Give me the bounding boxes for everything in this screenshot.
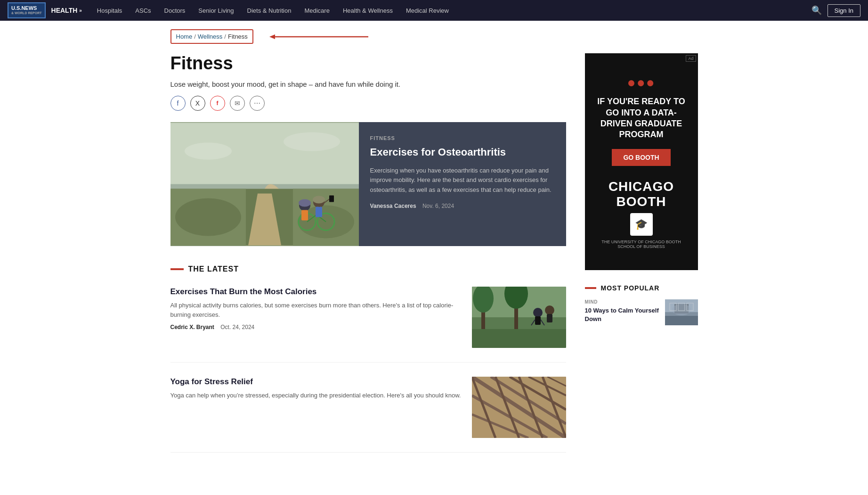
article-1-image[interactable] [472,287,566,348]
breadcrumb-current: Fitness [228,33,248,40]
breadcrumb-home[interactable]: Home [176,33,193,40]
nav-item-ascs[interactable]: ASCs [129,0,157,21]
svg-point-20 [299,199,311,207]
svg-point-30 [533,308,543,317]
article-2-title[interactable]: Yoga for Stress Relief [170,377,462,387]
svg-rect-17 [301,210,308,221]
ad-badge: Ad [686,55,696,62]
breadcrumb-sep1: / [194,33,196,40]
nav-items: Hospitals ASCs Doctors Senior Living Die… [90,0,811,21]
featured-image [170,122,359,246]
most-popular-title: MOST POPULAR [601,284,660,292]
featured-title[interactable]: Exercises for Osteoarthritis [370,146,555,159]
search-icon[interactable]: 🔍 [811,5,822,16]
section-header-bar [170,268,184,270]
popular-1-category: MIND [585,299,659,305]
ad-headline: IF YOU'RE READY TO GO INTO A DATA-DRIVEN… [596,96,687,140]
latest-section-header: THE LATEST [170,265,566,277]
article-card-2-text: Yoga for Stress Relief Yoga can help whe… [170,377,462,438]
ad-brand: CHICAGO BOOTH [596,179,687,209]
article-1-date: Oct. 24, 2024 [220,324,254,330]
featured-description: Exercising when you have osteoarthritis … [370,166,555,195]
article-2-image[interactable] [472,377,566,438]
svg-rect-54 [665,316,698,325]
featured-text: FITNESS Exercises for Osteoarthritis Exe… [359,122,566,246]
twitter-x-icon[interactable]: X [190,96,205,111]
popular-1-title[interactable]: 10 Ways to Calm Yourself Down [585,306,659,323]
featured-byline: Vanessa Caceres Nov. 6, 2024 [370,203,555,209]
article-1-desc: All physical activity burns calories, bu… [170,301,462,319]
breadcrumb-section: Home / Wellness / Fitness [170,29,698,44]
nav-item-hospitals[interactable]: Hospitals [90,0,129,21]
nav-item-senior-living[interactable]: Senior Living [192,0,240,21]
article-2-desc: Yoga can help when you’re stressed, espe… [170,391,462,400]
latest-section-title: THE LATEST [188,265,239,273]
popular-1-image [665,299,698,325]
article-1-author: Cedric X. Bryant [170,324,214,330]
nav-health[interactable]: HEALTH » [51,7,82,14]
site-logo[interactable]: U.S.NEWS & WORLD REPORT [8,2,46,18]
most-popular-header: MOST POPULAR [585,284,698,292]
sidebar-ad: Ad ●●● IF YOU'RE READY TO GO INTO A DATA… [585,53,698,270]
svg-point-5 [284,132,340,151]
facebook-icon[interactable]: f [170,96,186,111]
nav-item-doctors[interactable]: Doctors [158,0,192,21]
social-icons: f X f ✉ ⋯ [170,96,566,111]
featured-article[interactable]: FITNESS Exercises for Osteoarthritis Exe… [170,122,566,246]
svg-rect-36 [472,329,566,348]
nav-item-medical-review[interactable]: Medical Review [399,0,455,21]
nav-item-medicare[interactable]: Medicare [298,0,336,21]
sidebar: Ad ●●● IF YOU'RE READY TO GO INTO A DATA… [585,53,698,467]
article-1-image-svg [472,287,566,348]
nav-item-diets[interactable]: Diets & Nutrition [241,0,298,21]
svg-point-9 [175,198,241,236]
svg-rect-23 [329,196,334,202]
article-1-byline: Cedric X. Bryant Oct. 24, 2024 [170,324,462,330]
svg-point-4 [185,143,232,160]
featured-author: Vanessa Caceres [370,203,416,209]
ad-accent-bar: ●●● [627,74,655,91]
navbar: U.S.NEWS & WORLD REPORT HEALTH » Hospita… [0,0,868,21]
arrow-svg [265,32,368,41]
content-layout: Fitness Lose weight, boost your mood, ge… [170,53,698,467]
main-column: Fitness Lose weight, boost your mood, ge… [170,53,566,467]
breadcrumb-sep2: / [224,33,226,40]
featured-date: Nov. 6, 2024 [422,203,454,209]
breadcrumb-wellness[interactable]: Wellness [198,33,223,40]
nav-right: 🔍 Sign In [811,4,860,17]
svg-marker-1 [269,34,275,39]
popular-1-image-svg [665,299,698,325]
article-2-image-svg [472,377,566,438]
svg-rect-19 [316,207,322,217]
most-popular-bar [585,287,596,289]
breadcrumb: Home / Wellness / Fitness [170,29,253,44]
nav-item-health-wellness[interactable]: Health & Wellness [336,0,399,21]
article-card-1-text: Exercises That Burn the Most Calories Al… [170,287,462,348]
email-icon[interactable]: ✉ [230,96,245,111]
most-popular-section: MOST POPULAR MIND 10 Ways to Calm Yourse… [585,284,698,325]
article-1-title[interactable]: Exercises That Burn the Most Calories [170,287,462,297]
signin-button[interactable]: Sign In [827,4,860,17]
svg-point-21 [313,196,325,204]
health-chevron-icon: » [79,8,82,13]
featured-category: FITNESS [370,135,555,141]
ad-cta-button[interactable]: GO BOOTH [612,149,670,166]
article-card-1: Exercises That Burn the Most Calories Al… [170,287,566,363]
svg-point-53 [672,304,691,315]
article-card-2: Yoga for Stress Relief Yoga can help whe… [170,377,566,453]
ad-logo-icon: 🎓 [630,213,653,236]
svg-rect-31 [535,316,541,325]
featured-image-svg [170,122,359,246]
more-options-icon[interactable]: ⋯ [250,96,265,111]
page-title: Fitness [170,53,566,74]
popular-card-1[interactable]: MIND 10 Ways to Calm Yourself Down [585,299,698,325]
ad-brand-subtitle: THE UNIVERSITY OF CHICAGO BOOTH SCHOOL O… [596,239,687,249]
flipboard-icon[interactable]: f [210,96,225,111]
svg-point-34 [545,305,554,315]
popular-card-1-text: MIND 10 Ways to Calm Yourself Down [585,299,659,323]
svg-rect-35 [547,314,552,322]
arrow-indicator [265,32,368,41]
page-subtitle: Lose weight, boost your mood, get in sha… [170,80,566,88]
